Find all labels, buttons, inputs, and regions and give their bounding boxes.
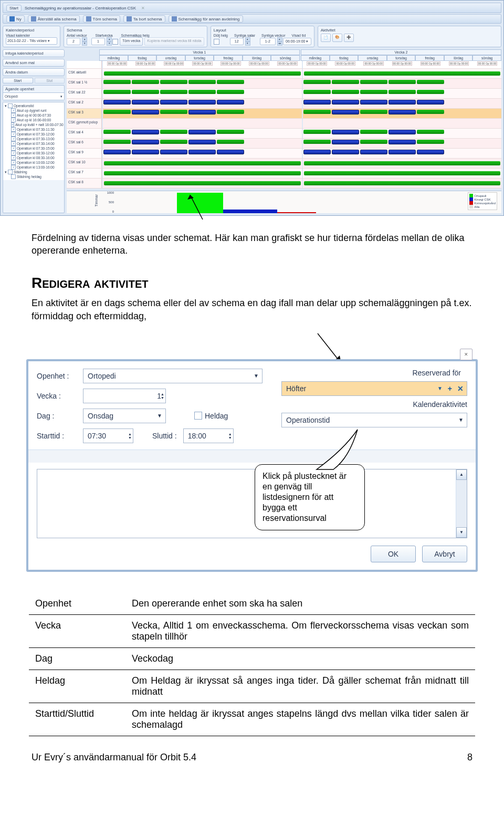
grid-row[interactable]: CSK sal 10	[67, 159, 501, 169]
tree-item[interactable]: Akut op dygnet runt	[11, 108, 62, 113]
row-label: CSK gynmott polop	[67, 119, 102, 128]
sidebar-btn-start[interactable]: Start	[3, 78, 33, 83]
tree-item[interactable]: Operation kl 07:30-12:00	[11, 132, 62, 137]
vecka-spinner[interactable]: 1 ▲▼	[83, 389, 166, 403]
app-titlebar: Start Schemaläggning av operationssalar …	[3, 3, 501, 13]
startvecka-spinner[interactable]: 1	[91, 38, 105, 45]
tree-item[interactable]: Operation kl 10:00-12:00	[11, 160, 62, 165]
tree-item[interactable]: Operation kl 08:30-12:00	[11, 151, 62, 155]
scrollbar[interactable]: ▲ ▼	[456, 469, 467, 538]
sidebar-btn-anvand[interactable]: Använd som mal	[3, 59, 65, 67]
remove-icon[interactable]: ✕	[457, 384, 464, 393]
dropdown-icon[interactable]: ▼	[437, 385, 443, 391]
menu-aterstall[interactable]: Återställ alla schema	[28, 15, 80, 23]
synliga-salar-spinner[interactable]: 12	[230, 38, 244, 45]
footer-right: 8	[467, 752, 472, 763]
tree-item[interactable]: Operation kl 07:30-11:30	[11, 127, 62, 132]
table-value: Om Heldag är ikryssat så anges inga tide…	[125, 670, 475, 703]
visad-tid-select[interactable]: 06:00-19:00 ▾	[283, 38, 311, 45]
heldag-checkbox[interactable]: Heldag	[194, 412, 228, 420]
grid-row[interactable]: CSK sal 4	[67, 129, 501, 139]
ribbon-kalenderperiod: Kalenderperiod Visad kalender 2013-02-22…	[3, 26, 60, 47]
dolj-helg-checkbox[interactable]	[214, 39, 219, 45]
row-label: CSK sal 7	[67, 169, 102, 178]
day-header: fredag	[415, 55, 444, 61]
start-button[interactable]: Start	[6, 5, 22, 12]
sidebar-btn-infoga[interactable]: Infoga kalenderperiod	[3, 49, 65, 57]
day-header: onsdag	[358, 55, 387, 61]
menu-ny[interactable]: Ny	[6, 15, 25, 23]
synliga-veckor-spinner[interactable]: 1-2	[260, 38, 276, 45]
ok-button[interactable]: OK	[371, 546, 416, 562]
row-label: CSK sal 10	[67, 159, 102, 168]
tree-node-op[interactable]: ▾ Operationstid	[5, 103, 62, 108]
row-label: CSK sal 22	[67, 89, 102, 98]
schemalagghelg-checkbox[interactable]	[112, 39, 118, 45]
grid-row[interactable]: CSK sal 6	[67, 139, 501, 149]
grid-row[interactable]: CSK sal 8	[67, 179, 501, 189]
sluttid-spinner[interactable]: 18:00 ▲▼	[183, 428, 234, 443]
table-key: Heldag	[29, 670, 125, 703]
aktivitet-icon-3[interactable]: ➕	[344, 34, 354, 42]
tom-vecka-btn[interactable]: Töm vecka	[120, 37, 143, 46]
menu-bar: Ny Återställ alla schema Töm schema Ta b…	[3, 14, 501, 24]
other-icon	[172, 16, 177, 22]
kopiera-btn[interactable]: Kopiera markerad vecka till nästa	[144, 37, 204, 46]
tree-item[interactable]: Operation kl 13:00-16:00	[11, 165, 62, 170]
timeline-chart: Timmar 1000 500 0 Ortopedi Kirurgi CSK K…	[67, 191, 501, 213]
chevron-down-icon: ▼	[157, 413, 162, 419]
aktivitet-icon-2[interactable]: 🎨	[332, 34, 342, 42]
grid-row[interactable]: CSK sal 2	[67, 99, 501, 109]
grid-row[interactable]: CSK sal 7	[67, 169, 501, 179]
menu-tom[interactable]: Töm schema	[83, 15, 120, 23]
tree-item[interactable]: Akut op kl 00:00-07:30	[11, 113, 62, 118]
avbryt-button[interactable]: Avbryt	[422, 546, 467, 562]
grid-row[interactable]: CSK gynmott polop	[67, 119, 501, 129]
tree-item[interactable]: Operation kl 07:30-14:00	[11, 141, 62, 146]
scroll-up-icon[interactable]: ▲	[456, 469, 467, 480]
scroll-down-icon[interactable]: ▼	[456, 527, 467, 538]
grid-row[interactable]: CSK sal 1 ½	[67, 79, 501, 89]
grid-header: Vecka 1 måndagtisdagonsdagtorsdagfredagl…	[67, 49, 501, 61]
kalender-aktivitet-select[interactable]: Operationstid▼	[281, 413, 467, 427]
table-key: Dag	[29, 647, 125, 670]
day-header: söndag	[271, 55, 300, 61]
starttid-spinner[interactable]: 07:30 ▲▼	[83, 428, 133, 443]
aktivitet-icon-1[interactable]: 📄	[321, 34, 331, 42]
grid-row[interactable]: CSK sal 22	[67, 89, 501, 99]
antal-veckor-spinner[interactable]: 2	[67, 38, 80, 45]
table-value: Om inte heldag är ikryssat anges stapeln…	[125, 703, 475, 736]
visad-kalender-select[interactable]: 2013-02-22 - Tills vidare ▾	[6, 37, 57, 45]
chevron-down-icon: ▼	[458, 417, 464, 423]
menu-annan[interactable]: Schemalägg för annan avdelning	[169, 15, 243, 23]
tree-item[interactable]: Operation kl 08:30-16:00	[11, 155, 62, 160]
grid-row[interactable]: CSK sal 9	[67, 149, 501, 159]
svg-line-0	[190, 195, 203, 219]
row-label: CSK sal 4	[67, 129, 102, 138]
page-footer: Ur Evry´s användarmanual för Orbit 5.4 8	[0, 752, 504, 779]
sidebar-btn-slut[interactable]: Slut	[35, 78, 65, 83]
grid-row[interactable]: CSK aktuell	[67, 69, 501, 79]
dialog-close-icon[interactable]: ✕	[460, 349, 472, 360]
tree-item[interactable]: Operation kl 07:30-13:00	[11, 137, 62, 141]
tree-item[interactable]: Akut op kl 16:00-00:00	[11, 118, 62, 122]
svg-marker-1	[187, 195, 194, 200]
plus-icon[interactable]: +	[448, 384, 452, 393]
remove-icon	[127, 16, 132, 22]
table-row: DagVeckodag	[29, 647, 475, 670]
reset-icon	[31, 16, 36, 22]
sidebar-btn-andra[interactable]: Ändra datum	[3, 68, 65, 76]
tree-item[interactable]: Städning heldag	[11, 174, 62, 179]
menu-tabort[interactable]: Ta bort schema	[123, 15, 165, 23]
tree-node-stadning[interactable]: ▾ Städning	[5, 170, 62, 174]
grid-row[interactable]: CSK sal 3	[67, 109, 501, 119]
tree-item[interactable]: Operation kl 07:30-15:00	[11, 146, 62, 151]
dag-select[interactable]: Onsdag▼	[83, 409, 166, 423]
day-header: måndag	[99, 55, 128, 61]
row-label: CSK sal 2	[67, 99, 102, 108]
reserverad-field[interactable]: Höfter ▼ + ✕	[281, 381, 467, 396]
day-header: fredag	[214, 55, 243, 61]
openhet-select[interactable]: Ortopedi▼	[83, 369, 262, 383]
tree-item[interactable]: Akut op kväll + natt 16:00-07:30	[11, 122, 62, 127]
clear-icon	[86, 16, 91, 22]
